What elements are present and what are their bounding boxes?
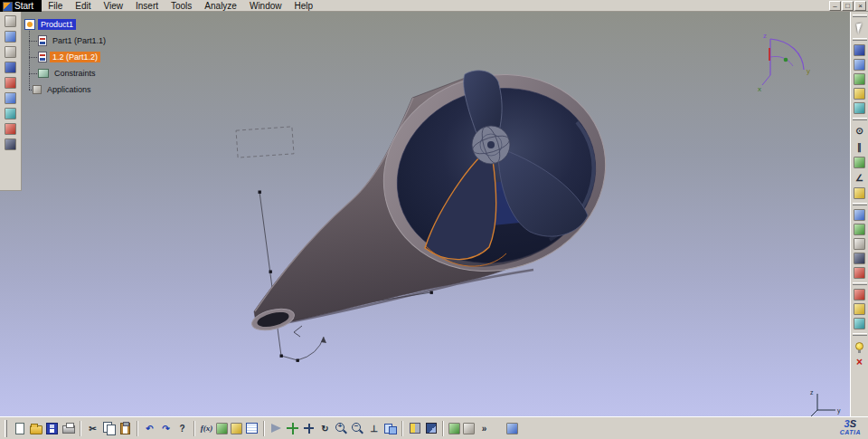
bulb-icon[interactable]: [853, 339, 866, 353]
offset-constraint-icon[interactable]: [854, 157, 865, 168]
expand-icon[interactable]: »: [477, 422, 491, 435]
part-icon[interactable]: [854, 73, 865, 85]
product-icon: [24, 19, 35, 30]
component-icon[interactable]: [854, 59, 865, 71]
cut-icon[interactable]: ✂: [86, 422, 99, 435]
section-icon[interactable]: [854, 318, 865, 329]
rotate-icon[interactable]: ↻: [318, 422, 332, 435]
product-icon[interactable]: [854, 44, 865, 56]
copy-format-icon[interactable]: [5, 77, 16, 89]
menu-help[interactable]: Help: [288, 1, 320, 11]
paint-icon[interactable]: [5, 123, 16, 135]
printer-icon: [62, 425, 75, 434]
normal-view-icon[interactable]: ⊥: [367, 422, 381, 435]
toolbar-grip[interactable]: [853, 282, 867, 285]
menu-tools[interactable]: Tools: [165, 1, 198, 11]
assemble-icon[interactable]: [854, 209, 865, 221]
coincidence-constraint-icon[interactable]: ⊙: [853, 124, 866, 138]
mail-icon[interactable]: [5, 46, 16, 58]
measure-icon[interactable]: [854, 303, 865, 315]
delete-icon[interactable]: ×: [853, 356, 866, 369]
snap-icon[interactable]: [854, 253, 865, 264]
tree-node-product1[interactable]: Product1: [38, 19, 76, 30]
toolbar-grip[interactable]: [853, 118, 867, 120]
dassault-mark: 3S: [844, 420, 856, 428]
menu-file[interactable]: File: [42, 1, 69, 11]
menu-analyze[interactable]: Analyze: [198, 1, 243, 11]
undo-icon[interactable]: ↶: [143, 422, 156, 435]
menu-view[interactable]: View: [97, 1, 129, 11]
fly-mode-icon[interactable]: [269, 422, 283, 435]
link-icon[interactable]: [5, 31, 16, 43]
tree-node-constraints[interactable]: Constraints: [52, 68, 99, 79]
constraints-icon: [38, 69, 49, 78]
right-toolbar: ⊙ ∥ ∠ ×: [850, 12, 868, 416]
replace-icon[interactable]: [854, 88, 865, 100]
compass-x-label: x: [758, 85, 761, 93]
whats-this-icon[interactable]: ?: [175, 422, 189, 435]
smart-move-icon[interactable]: [854, 224, 865, 235]
spreadsheet-icon[interactable]: [245, 422, 259, 435]
fit-all-icon[interactable]: [286, 422, 299, 435]
paste-icon[interactable]: [118, 422, 132, 435]
design-table-icon[interactable]: [216, 423, 228, 434]
grid-icon: [246, 423, 258, 434]
multi-view-icon[interactable]: [383, 422, 397, 435]
tree-node-applications[interactable]: Applications: [44, 84, 94, 95]
toolbar-grip[interactable]: [5, 420, 7, 437]
anchor-icon[interactable]: [854, 187, 865, 199]
cursor-arrow-icon: [856, 24, 863, 34]
menu-insert[interactable]: Insert: [129, 1, 165, 11]
tree-node-part1[interactable]: Part1 (Part1.1): [50, 35, 108, 46]
3d-viewport[interactable]: Product1 Part1 (Part1.1) 1.2 (Part1.2) C…: [0, 12, 850, 416]
copy-icon[interactable]: [102, 422, 116, 435]
zoom-out-icon[interactable]: −: [351, 422, 364, 435]
repeat-icon[interactable]: ↷: [159, 422, 173, 435]
design-table-icon[interactable]: [5, 92, 16, 104]
toolbar-grip[interactable]: [853, 333, 867, 336]
graph-icon[interactable]: [854, 102, 865, 114]
view-compass[interactable]: z y x: [756, 30, 819, 95]
tree-node-part2-selected[interactable]: 1.2 (Part1.2): [50, 52, 100, 62]
workbench-icon[interactable]: [5, 15, 16, 27]
toolbar-grip[interactable]: [853, 203, 867, 205]
menu-bar: Start File Edit View Insert Tools Analyz…: [0, 0, 868, 12]
catalog-icon[interactable]: [231, 423, 242, 434]
angle-constraint-icon[interactable]: ∠: [853, 171, 866, 185]
toolbar-separator: [137, 421, 138, 436]
sketch-plane-outline[interactable]: [236, 127, 294, 157]
customize-icon[interactable]: [463, 423, 475, 434]
zoom-in-icon[interactable]: +: [335, 422, 348, 435]
pan-icon[interactable]: [302, 422, 316, 435]
manipulate-icon[interactable]: [854, 238, 865, 250]
formula-icon[interactable]: f(x): [200, 422, 213, 435]
swap-space-icon[interactable]: [424, 422, 438, 435]
select-icon[interactable]: [853, 21, 866, 34]
menu-window[interactable]: Window: [243, 1, 288, 11]
save-icon[interactable]: [45, 422, 59, 435]
light-icon[interactable]: [5, 108, 16, 119]
toolbar-grip[interactable]: [853, 14, 867, 17]
part-icon: [38, 52, 47, 62]
hide-show-icon[interactable]: [408, 422, 421, 435]
tree-connector: [29, 28, 30, 90]
restore-button[interactable]: □: [842, 1, 854, 11]
toolbar-grip[interactable]: [853, 38, 867, 41]
update-icon[interactable]: [854, 289, 865, 301]
triad-y-label: y: [837, 407, 841, 415]
start-menu[interactable]: Start: [0, 0, 42, 12]
explode-icon[interactable]: [854, 267, 865, 279]
graph-reorder-icon[interactable]: [448, 423, 460, 434]
tree-connector: [29, 57, 37, 58]
open-icon[interactable]: [29, 422, 42, 435]
menu-edit[interactable]: Edit: [69, 1, 97, 11]
compass-z-label: z: [763, 32, 767, 40]
contact-constraint-icon[interactable]: ∥: [853, 140, 866, 154]
print-icon[interactable]: [61, 422, 75, 435]
macro-icon[interactable]: [5, 138, 16, 150]
minimize-button[interactable]: –: [829, 1, 841, 11]
web-icon[interactable]: [506, 423, 518, 434]
close-button[interactable]: ×: [854, 1, 866, 11]
new-document-icon[interactable]: [13, 422, 26, 435]
catalog-icon[interactable]: [5, 62, 16, 73]
